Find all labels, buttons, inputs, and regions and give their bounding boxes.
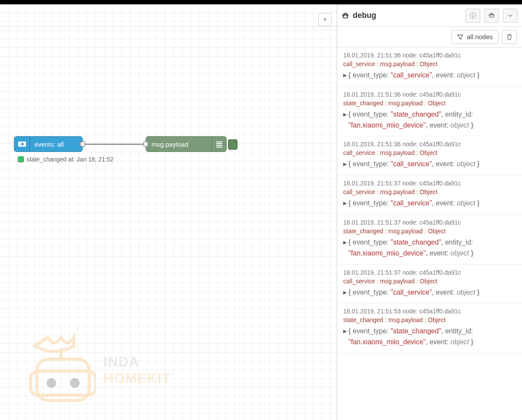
debug-message: 18.01.2019, 21:51:37 node: c45a1ff0.da91… bbox=[337, 175, 522, 215]
robot-logo-icon bbox=[26, 333, 96, 407]
debug-message: 18.01.2019, 21:51:37 node: c45a1ff0.da91… bbox=[337, 265, 522, 304]
msg-node-link[interactable]: node: c45a1ff0.da91c bbox=[401, 269, 461, 276]
expand-toggle[interactable]: ▸ bbox=[343, 287, 347, 298]
svg-rect-3 bbox=[30, 371, 96, 395]
filter-button[interactable]: all nodes bbox=[452, 30, 499, 44]
clear-debug-button[interactable] bbox=[502, 30, 517, 44]
msg-payload[interactable]: { event_type: "call_service", event: obj… bbox=[348, 287, 479, 298]
info-tab-button[interactable] bbox=[465, 9, 480, 23]
node-status-text: state_changed at: Jan 18, 21:52 bbox=[27, 156, 114, 163]
node-status: state_changed at: Jan 18, 21:52 bbox=[18, 156, 114, 163]
window-topbar bbox=[0, 0, 522, 4]
debug-sidebar: debug all nodes 18.01. bbox=[337, 4, 522, 420]
sidebar-toolbar: all nodes bbox=[337, 27, 522, 47]
watermark-line1: INDA bbox=[104, 353, 171, 370]
msg-payload[interactable]: { event_type: "state_changed", entity_id… bbox=[348, 109, 516, 131]
msg-topic: call_service : msg.payload : Object bbox=[343, 188, 516, 195]
msg-payload[interactable]: { event_type: "state_changed", entity_id… bbox=[348, 237, 516, 259]
flow-editor: + events: all state_changed at: Jan 18, … bbox=[0, 4, 337, 420]
trash-icon bbox=[506, 34, 512, 40]
flow-canvas[interactable]: + events: all state_changed at: Jan 18, … bbox=[0, 4, 337, 420]
msg-payload[interactable]: { event_type: "state_changed", entity_id… bbox=[348, 326, 516, 348]
svg-point-5 bbox=[70, 378, 80, 388]
expand-toggle[interactable]: ▸ bbox=[343, 326, 347, 337]
msg-timestamp: 18.01.2019, 21:51:37 bbox=[343, 269, 401, 276]
msg-timestamp: 18.01.2019, 21:51:37 bbox=[343, 219, 401, 226]
svg-rect-8 bbox=[472, 14, 473, 15]
debug-message: 18.01.2019, 21:51:36 node: c45a1ff0.da91… bbox=[337, 47, 522, 87]
debug-node-label: msg.payload bbox=[146, 141, 211, 148]
msg-payload[interactable]: { event_type: "call_service", event: obj… bbox=[348, 159, 479, 170]
msg-topic: state_changed : msg.payload : Object bbox=[343, 316, 516, 323]
debug-message: 18.01.2019, 21:51:37 node: c45a1ff0.da91… bbox=[337, 215, 522, 265]
msg-node-link[interactable]: node: c45a1ff0.da91c bbox=[401, 91, 461, 98]
sidebar-header: debug bbox=[337, 5, 522, 27]
msg-node-link[interactable]: node: c45a1ff0.da91c bbox=[401, 52, 461, 59]
svg-rect-7 bbox=[472, 15, 473, 17]
msg-node-link[interactable]: node: c45a1ff0.da91c bbox=[401, 141, 461, 148]
arrow-right-icon bbox=[14, 137, 30, 151]
sidebar-menu-button[interactable] bbox=[503, 9, 518, 23]
msg-timestamp: 18.01.2019, 21:51:36 bbox=[343, 52, 401, 59]
msg-topic: call_service : msg.payload : Object bbox=[343, 149, 516, 156]
msg-topic: call_service : msg.payload : Object bbox=[343, 60, 516, 67]
debug-message: 18.01.2019, 21:51:53 node: c45a1ff0.da91… bbox=[337, 303, 522, 353]
debug-node[interactable]: msg.payload bbox=[146, 136, 227, 152]
node-input-port[interactable] bbox=[143, 141, 148, 147]
debug-toggle-button[interactable] bbox=[228, 139, 238, 150]
msg-timestamp: 18.01.2019, 21:51:36 bbox=[343, 141, 401, 148]
list-icon bbox=[211, 137, 226, 151]
tab-divider bbox=[0, 26, 337, 27]
msg-timestamp: 18.01.2019, 21:51:37 bbox=[343, 180, 401, 187]
debug-message: 18.01.2019, 21:51:36 node: c45a1ff0.da91… bbox=[337, 136, 522, 175]
sidebar-title: debug bbox=[353, 11, 376, 20]
msg-node-link[interactable]: node: c45a1ff0.da91c bbox=[401, 308, 461, 315]
events-all-node[interactable]: events: all state_changed at: Jan 18, 21… bbox=[14, 136, 83, 152]
msg-topic: state_changed : msg.payload : Object bbox=[343, 100, 516, 107]
filter-icon bbox=[457, 34, 463, 40]
expand-toggle[interactable]: ▸ bbox=[343, 70, 347, 81]
msg-timestamp: 18.01.2019, 21:51:53 bbox=[343, 308, 401, 315]
bug-icon bbox=[341, 12, 349, 20]
debug-message-list[interactable]: 18.01.2019, 21:51:36 node: c45a1ff0.da91… bbox=[337, 47, 522, 420]
expand-toggle[interactable]: ▸ bbox=[343, 159, 347, 170]
watermark-line2: HOMEKIT bbox=[104, 370, 171, 386]
node-output-port[interactable] bbox=[80, 141, 85, 147]
debug-message: 18.01.2019, 21:51:36 node: c45a1ff0.da91… bbox=[337, 87, 522, 137]
events-node-label: events: all bbox=[30, 141, 68, 148]
add-tab-button[interactable]: + bbox=[318, 13, 331, 26]
expand-toggle[interactable]: ▸ bbox=[343, 198, 347, 209]
debug-tab-button[interactable] bbox=[484, 9, 499, 23]
filter-label: all nodes bbox=[467, 33, 493, 40]
msg-payload[interactable]: { event_type: "call_service", event: obj… bbox=[348, 198, 479, 209]
svg-point-4 bbox=[47, 378, 56, 388]
msg-topic: state_changed : msg.payload : Object bbox=[343, 228, 516, 235]
msg-topic: call_service : msg.payload : Object bbox=[343, 278, 516, 285]
svg-rect-2 bbox=[37, 359, 89, 400]
node-wire[interactable] bbox=[82, 144, 146, 145]
expand-toggle[interactable]: ▸ bbox=[343, 237, 347, 248]
msg-node-link[interactable]: node: c45a1ff0.da91c bbox=[401, 180, 461, 187]
status-dot-icon bbox=[18, 156, 24, 162]
watermark: INDA HOMEKIT bbox=[26, 333, 171, 407]
expand-toggle[interactable]: ▸ bbox=[343, 109, 347, 120]
msg-node-link[interactable]: node: c45a1ff0.da91c bbox=[401, 219, 461, 226]
msg-payload[interactable]: { event_type: "call_service", event: obj… bbox=[348, 70, 479, 81]
msg-timestamp: 18.01.2019, 21:51:36 bbox=[343, 91, 401, 98]
